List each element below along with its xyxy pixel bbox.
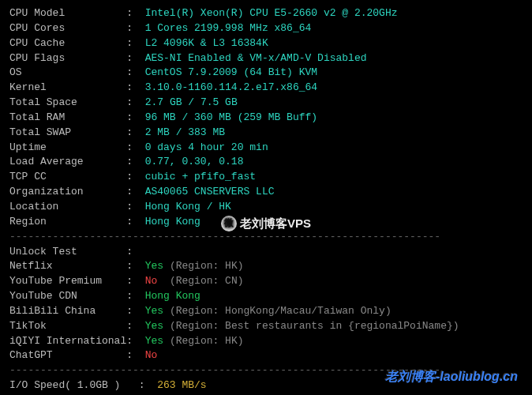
watermark-center-text: 老刘博客VPS (240, 215, 311, 232)
sys-cpu-cache: CPU Cache : L2 4096K & L3 16384K (9, 36, 523, 51)
unlock-heading: Unlock Test : (9, 245, 523, 260)
sys-total-swap: Total SWAP : 2 MB / 383 MB (9, 126, 523, 141)
sys-cpu-flags: CPU Flags : AES-NI Enabled & VM-x/AMD-V … (9, 51, 523, 66)
sys-total-ram: Total RAM : 96 MB / 360 MB (259 MB Buff) (9, 111, 523, 126)
sys-location: Location : Hong Kong / HK (9, 200, 523, 215)
sys-uptime: Uptime : 0 days 4 hour 20 min (9, 141, 523, 156)
sys-org: Organization : AS40065 CNSERVERS LLC (9, 185, 523, 200)
unlock-youtube-premium: YouTube Premium : No (Region: CN) (9, 274, 523, 289)
unlock-netflix: Netflix : Yes (Region: HK) (9, 259, 523, 274)
sys-os: OS : CentOS 7.9.2009 (64 Bit) KVM (9, 66, 523, 81)
sys-cpu-model: CPU Model : Intel(R) Xeon(R) CPU E5-2660… (9, 6, 523, 21)
unlock-tiktok: TikTok : Yes (Region: Best restaurants i… (9, 319, 523, 334)
watermark-bottom-right: 老刘博客-laoliublog.cn (385, 367, 518, 386)
sys-load-avg: Load Average : 0.77, 0.30, 0.18 (9, 155, 523, 170)
watermark-center: 微 老刘博客VPS (221, 215, 311, 232)
unlock-iqiyi: iQIYI International: Yes (Region: HK) (9, 334, 523, 349)
sys-total-space: Total Space : 2.7 GB / 7.5 GB (9, 96, 523, 111)
sys-tcp-cc: TCP CC : cubic + pfifo_fast (9, 170, 523, 185)
unlock-chatgpt: ChatGPT : No (9, 348, 523, 363)
sys-cpu-cores: CPU Cores : 1 Cores 2199.998 MHz x86_64 (9, 21, 523, 36)
sys-kernel: Kernel : 3.10.0-1160.114.2.el7.x86_64 (9, 81, 523, 96)
unlock-bilibili: BiliBili China : Yes (Region: HongKong/M… (9, 304, 523, 319)
weibo-icon: 微 (221, 216, 237, 231)
unlock-youtube-cdn: YouTube CDN : Hong Kong (9, 289, 523, 304)
